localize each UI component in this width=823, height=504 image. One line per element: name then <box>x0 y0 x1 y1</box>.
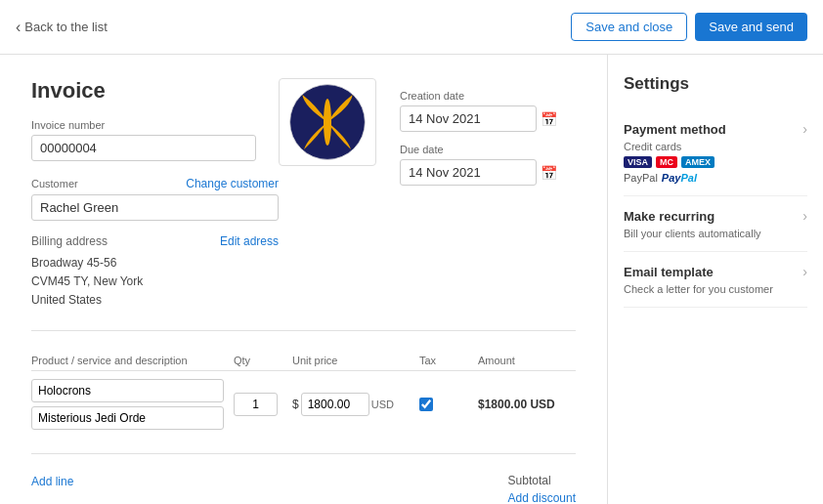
due-date-calendar-icon[interactable]: 📅 <box>541 165 557 181</box>
col-unit-price-header: Unit price <box>292 355 419 366</box>
add-discount-link[interactable]: Add discount <box>508 491 576 504</box>
recurring-sub: Bill your clients automatically <box>624 228 807 239</box>
subtotal-label: Subtotal <box>508 474 576 487</box>
tax-checkbox[interactable] <box>419 398 433 411</box>
due-date-wrapper: 📅 <box>400 159 576 186</box>
table-row: $ USD $1800.00 USD <box>31 375 576 434</box>
recurring-label: Make recurring <box>624 209 715 224</box>
table-footer: Add line Subtotal Add discount Add tax <box>31 474 576 488</box>
product-cell <box>31 379 234 430</box>
svg-point-2 <box>324 118 331 126</box>
billing-label: Billing address <box>31 234 108 248</box>
payment-method-header: Payment method › <box>624 121 807 137</box>
paypal-brand-icon: PayPal <box>662 172 697 184</box>
invoice-number-label: Invoice number <box>31 119 279 131</box>
invoice-logo <box>279 78 376 166</box>
payment-icons: VISA MC AMEX <box>624 156 807 168</box>
mastercard-icon: MC <box>656 156 677 168</box>
due-date-field: Due date 📅 <box>400 144 576 186</box>
creation-date-wrapper: 📅 <box>400 105 576 132</box>
change-customer-link[interactable]: Change customer <box>186 177 279 190</box>
product-desc-input[interactable] <box>31 406 224 430</box>
payment-method-label: Payment method <box>624 122 726 137</box>
make-recurring-item[interactable]: Make recurring › Bill your clients autom… <box>624 196 807 252</box>
settings-panel: Settings Payment method › Credit cards V… <box>608 55 823 504</box>
invoice-title: Invoice <box>31 78 279 104</box>
currency-label: USD <box>371 399 394 410</box>
paypal-row: PayPal PayPal <box>624 172 807 184</box>
back-to-list-link[interactable]: Back to the list <box>16 19 108 36</box>
email-template-sub: Check a letter for you customer <box>624 283 807 295</box>
jedi-logo-svg <box>288 83 367 161</box>
due-date-input[interactable] <box>400 159 537 186</box>
payment-method-chevron-icon: › <box>802 121 807 137</box>
col-tax-header: Tax <box>419 355 478 366</box>
col-amount-header: Amount <box>478 355 576 366</box>
creation-date-field: Creation date 📅 <box>400 90 576 132</box>
due-date-label: Due date <box>400 144 576 155</box>
recurring-header: Make recurring › <box>624 208 807 224</box>
paypal-label: PayPal <box>624 172 658 184</box>
invoice-left: Invoice Invoice number Customer Change c… <box>31 78 279 311</box>
edit-address-link[interactable]: Edit adress <box>220 234 279 248</box>
save-send-button[interactable]: Save and send <box>695 13 807 41</box>
amex-icon: AMEX <box>681 156 715 168</box>
recurring-chevron-icon: › <box>802 208 807 224</box>
email-template-item[interactable]: Email template › Check a letter for you … <box>624 252 807 308</box>
customer-label: Customer <box>31 178 78 189</box>
col-qty-header: Qty <box>234 355 292 366</box>
dollar-sign: $ <box>292 398 299 411</box>
visa-icon: VISA <box>624 156 652 168</box>
email-template-header: Email template › <box>624 264 807 279</box>
qty-input[interactable] <box>234 393 278 416</box>
invoice-number-input[interactable] <box>31 135 256 161</box>
save-close-button[interactable]: Save and close <box>571 13 687 41</box>
price-input[interactable] <box>301 393 369 416</box>
email-template-chevron-icon: › <box>802 264 807 279</box>
amount-value: $1800.00 USD <box>478 398 555 411</box>
dates-col: Creation date 📅 Due date 📅 <box>400 78 576 186</box>
col-product-header: Product / service and description <box>31 355 234 366</box>
price-cell: $ USD <box>292 393 419 416</box>
creation-date-calendar-icon[interactable]: 📅 <box>541 111 557 127</box>
billing-address: Broadway 45-56 CVM45 TY, New York United… <box>31 254 279 311</box>
amount-cell: $1800.00 USD <box>478 397 576 411</box>
customer-input[interactable] <box>31 194 279 221</box>
payment-sub: Credit cards VISA MC AMEX PayPal PayPal <box>624 141 807 184</box>
invoice-panel: Invoice Invoice number Customer Change c… <box>0 55 608 504</box>
subtotal-section: Subtotal Add discount Add tax <box>508 474 576 504</box>
top-bar-actions: Save and close Save and send <box>571 13 807 41</box>
invoice-header-row: Invoice Invoice number Customer Change c… <box>31 78 576 311</box>
payment-method-item[interactable]: Payment method › Credit cards VISA MC AM… <box>624 109 807 196</box>
creation-date-input[interactable] <box>400 105 537 132</box>
product-name-input[interactable] <box>31 379 224 402</box>
add-line-link[interactable]: Add line <box>31 475 73 488</box>
email-template-label: Email template <box>624 265 714 279</box>
main-layout: Invoice Invoice number Customer Change c… <box>0 55 823 504</box>
settings-title: Settings <box>624 74 807 94</box>
tax-cell <box>419 398 478 411</box>
billing-row: Billing address Edit adress <box>31 234 279 248</box>
table-header: Product / service and description Qty Un… <box>31 351 576 371</box>
creation-date-label: Creation date <box>400 90 576 102</box>
qty-cell <box>234 393 292 416</box>
top-bar: Back to the list Save and close Save and… <box>0 0 823 55</box>
customer-row: Customer Change customer <box>31 177 279 190</box>
